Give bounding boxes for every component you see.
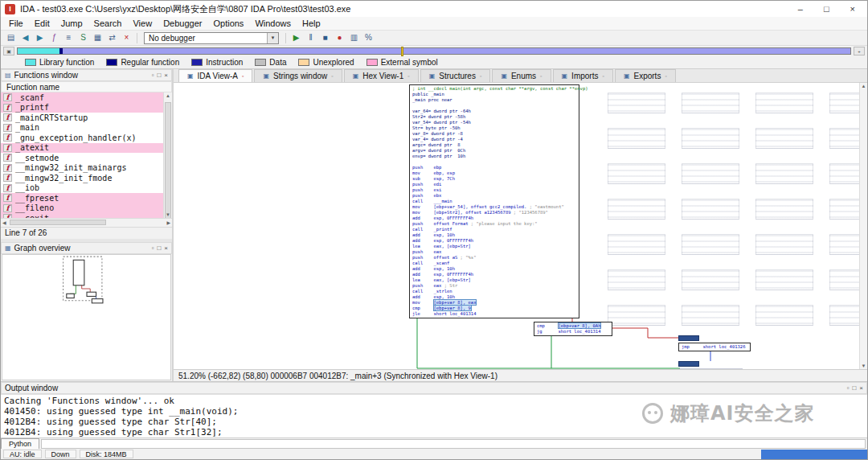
nav-forward-icon[interactable]: ▶ xyxy=(33,32,47,44)
scroll-down-icon[interactable]: ▼ xyxy=(860,363,867,368)
function-row[interactable]: f__iob xyxy=(1,183,163,194)
disasm-line[interactable]: push esi xyxy=(412,187,576,193)
disasm-line[interactable]: add esp, 0FFFFFFF4h xyxy=(412,216,576,221)
save-icon[interactable]: ▤ xyxy=(4,32,18,44)
scroll-up-icon[interactable]: ▲ xyxy=(164,93,172,98)
menu-help[interactable]: Help xyxy=(297,18,326,29)
dock-icon[interactable]: ▫ xyxy=(152,244,154,252)
tab-close-icon[interactable]: ▫ xyxy=(407,73,409,79)
scroll-right-icon[interactable]: ▶ xyxy=(166,220,170,225)
disasm-line[interactable]: var_8= dword ptr -8 xyxy=(412,131,576,137)
calculator-icon[interactable]: % xyxy=(362,32,375,44)
close-panel-icon[interactable]: × xyxy=(859,384,863,392)
functions-window-titlebar[interactable]: ▤ Functions window ▫ □ × xyxy=(1,69,172,81)
disasm-line[interactable]: mov [ebp+var_8], eax xyxy=(412,300,576,306)
breakpoint-icon[interactable]: ● xyxy=(333,32,346,44)
tab-hex-view-1[interactable]: ▣Hex View-1▫ xyxy=(344,69,419,82)
float-icon[interactable]: □ xyxy=(157,72,161,79)
disasm-line[interactable] xyxy=(412,103,576,109)
close-button[interactable]: × xyxy=(850,4,855,14)
disasm-line[interactable]: argc= dword ptr 8 xyxy=(412,142,576,148)
run-debugger-icon[interactable]: ▶ xyxy=(289,32,303,44)
scroll-left-icon[interactable]: ◀ xyxy=(2,220,6,225)
disasm-line[interactable]: push edi xyxy=(412,182,576,187)
chevron-down-icon[interactable]: ▼ xyxy=(267,33,278,43)
tab-ida-view-a[interactable]: ▣IDA View-A▫ xyxy=(178,69,252,82)
disasm-line[interactable]: call _scanf xyxy=(412,261,576,266)
tab-close-icon[interactable]: ▫ xyxy=(331,73,333,79)
function-row[interactable]: f_main xyxy=(1,123,163,133)
tab-imports[interactable]: ▣Imports▫ xyxy=(553,69,613,82)
disasm-line[interactable]: var_64= dword ptr -64h xyxy=(412,109,576,114)
function-row[interactable]: f_gnu_exception_handler(x) xyxy=(1,133,163,143)
navigation-band[interactable] xyxy=(17,47,851,55)
function-name-column-header[interactable]: Function name xyxy=(1,81,172,92)
tab-strings-window[interactable]: ▣Strings window▫ xyxy=(254,69,342,82)
band-zoom-icon[interactable]: + xyxy=(854,47,865,55)
menu-jump[interactable]: Jump xyxy=(55,18,88,29)
hex-dump-icon[interactable]: ▥ xyxy=(347,32,361,44)
menu-windows[interactable]: Windows xyxy=(249,18,297,29)
strings-window-icon[interactable]: S xyxy=(76,32,90,44)
disasm-line[interactable]: lea eax, [ebp+Str] xyxy=(412,277,576,283)
disasm-line[interactable]: var_4= dword ptr -4 xyxy=(412,137,576,142)
band-position-marker[interactable] xyxy=(401,47,403,56)
band-options-icon[interactable]: ▣ xyxy=(3,47,14,55)
disasm-line[interactable]: jle short loc_401314 xyxy=(412,311,576,317)
functions-vertical-scrollbar[interactable]: ▲ ▼ xyxy=(163,92,172,218)
menu-file[interactable]: File xyxy=(3,18,29,29)
disasm-line[interactable]: push ebp xyxy=(412,165,576,170)
disasm-line[interactable]: jmp short loc_401326 xyxy=(682,344,747,350)
functions-horizontal-scrollbar[interactable]: ◀ ▶ xyxy=(1,218,172,227)
disasm-line[interactable]: ; int __cdecl main(int argc, const char … xyxy=(412,86,576,92)
tab-close-icon[interactable]: ▫ xyxy=(665,73,666,79)
function-row[interactable]: f__cexit xyxy=(1,213,163,218)
dock-icon[interactable]: ▫ xyxy=(847,384,850,392)
scroll-up-icon[interactable]: ▲ xyxy=(860,84,867,88)
disasm-line[interactable]: lea eax, [ebp+Str] xyxy=(412,244,576,249)
tab-close-icon[interactable]: ▫ xyxy=(602,73,604,79)
menu-search[interactable]: Search xyxy=(88,18,128,29)
dock-icon[interactable]: ▫ xyxy=(152,72,154,79)
menu-options[interactable]: Options xyxy=(207,18,249,29)
nav-back-icon[interactable]: ◀ xyxy=(18,32,32,44)
function-row[interactable]: f__mingw32_init_mainargs xyxy=(1,163,163,174)
cross-references-icon[interactable]: ⇄ xyxy=(105,32,119,44)
disasm-line[interactable]: add esp, 0FFFFFFF4h xyxy=(412,272,576,277)
disasm-line[interactable]: Str= byte ptr -50h xyxy=(412,125,576,131)
disasm-line[interactable]: push eax ; Str xyxy=(412,283,576,289)
graph-node-cmp[interactable]: cmp [ebp+var_8], 0Ahjg short loc_401314 xyxy=(534,322,612,336)
disasm-line[interactable]: mov ebp, esp xyxy=(412,170,576,176)
disasm-line[interactable]: call ___main xyxy=(412,199,576,204)
disasm-line[interactable]: cmp [ebp+var_8], 0Ah xyxy=(537,323,609,329)
disasm-line[interactable]: add esp, 10h xyxy=(412,294,576,300)
names-window-icon[interactable]: ≡ xyxy=(62,32,76,44)
graph-overview-canvas[interactable] xyxy=(2,254,171,381)
maximize-button[interactable]: □ xyxy=(824,4,829,14)
graph-node-jmp[interactable]: jmp short loc_401326 xyxy=(678,343,751,351)
menu-view[interactable]: View xyxy=(127,18,158,29)
disasm-line[interactable]: _main proc near xyxy=(412,97,576,103)
disasm-line[interactable] xyxy=(412,159,576,165)
menu-debugger[interactable]: Debugger xyxy=(158,18,207,29)
float-icon[interactable]: □ xyxy=(157,244,161,252)
function-row[interactable]: f__fpreset xyxy=(1,193,163,203)
float-icon[interactable]: □ xyxy=(852,384,856,392)
function-row[interactable]: f_printf xyxy=(1,103,163,113)
disasm-line[interactable]: public _main xyxy=(412,92,576,97)
debugger-select[interactable]: No debugger ▼ xyxy=(144,32,279,44)
output-log[interactable]: Caching 'Functions window'... ok401450: … xyxy=(1,394,867,437)
disasm-line[interactable]: push ebx xyxy=(412,193,576,199)
graph-node-main[interactable]: ; int __cdecl main(int argc, const char … xyxy=(409,84,579,318)
disasm-line[interactable]: mov [ebp+Str2], offset a123456789 ; "123… xyxy=(412,210,576,216)
tab-close-icon[interactable]: ▫ xyxy=(540,73,542,79)
cancel-icon[interactable]: × xyxy=(120,32,133,44)
close-panel-icon[interactable]: × xyxy=(164,244,168,252)
disasm-line[interactable]: argv= dword ptr 0Ch xyxy=(412,148,576,154)
function-row[interactable]: f_atexit xyxy=(1,143,163,154)
disasm-line[interactable]: sub esp, 7Ch xyxy=(412,176,576,182)
canvas-vertical-scrollbar[interactable]: ▲ ▼ xyxy=(859,83,867,369)
tab-structures[interactable]: ▣Structures▫ xyxy=(420,69,491,82)
disasm-line[interactable]: push offset aS ; "%s" xyxy=(412,255,576,261)
pause-debugger-icon[interactable]: ‖ xyxy=(304,32,317,44)
